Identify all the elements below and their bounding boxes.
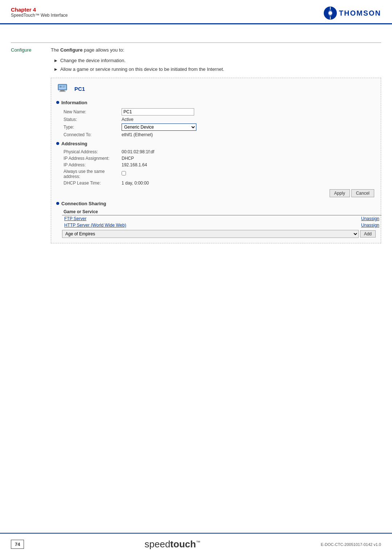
connected-to-label: Connected To:: [62, 131, 120, 138]
http-server-link[interactable]: HTTP Server (World Wide Web): [64, 223, 126, 228]
addressing-title: Addressing: [61, 141, 87, 146]
bullet-text-2: Allow a game or service running on this …: [60, 66, 224, 73]
page-footer: 74 speedtouch™ E-DOC-CTC-20051017-0142 v…: [0, 533, 392, 555]
connection-sharing-dot: [56, 202, 59, 205]
http-unassign[interactable]: Unassign: [301, 222, 381, 228]
doc-reference: E-DOC-CTC-20051017-0142 v1.0: [321, 542, 381, 547]
cancel-button[interactable]: Cancel: [351, 189, 374, 197]
intro-text: The: [51, 47, 60, 53]
svg-rect-7: [59, 91, 66, 92]
svg-point-1: [328, 11, 332, 15]
intro-bold: Configure: [60, 47, 82, 53]
bullet-text-1: Change the device information.: [60, 57, 126, 64]
always-same-checkbox[interactable]: [122, 171, 126, 175]
page-header: Chapter 4 SpeedTouch™ Web Interface THOM…: [0, 0, 392, 24]
physical-address-label: Physical Address:: [62, 149, 120, 155]
table-row: DHCP Lease Time: 1 day, 0:00:00: [62, 180, 381, 186]
status-value: Active: [120, 116, 381, 123]
thomson-logo: THOMSON: [324, 7, 381, 20]
type-value[interactable]: Generic Device: [120, 123, 381, 131]
always-same-value[interactable]: [120, 168, 381, 180]
always-same-label: Always use the same address:: [62, 168, 120, 180]
computer-svg-icon: [57, 82, 70, 96]
configure-section: Configure The Configure page allows you …: [11, 42, 381, 243]
add-service-row: Age of Empires Add: [62, 230, 376, 238]
header-chapter-info: Chapter 4 SpeedTouch™ Web Interface: [11, 7, 68, 18]
new-name-value[interactable]: [120, 108, 381, 116]
ftp-unassign[interactable]: Unassign: [301, 215, 381, 222]
information-section-header: Information: [56, 100, 376, 105]
svg-rect-10: [62, 87, 65, 88]
bullet-item-2: Allow a game or service running on this …: [54, 66, 381, 73]
intro-rest: page allows you to:: [82, 47, 124, 53]
connection-sharing-header: Connection Sharing: [56, 201, 376, 206]
apply-button[interactable]: Apply: [330, 189, 350, 197]
configure-bullets: Change the device information. Allow a g…: [51, 57, 381, 73]
type-select[interactable]: Generic Device: [122, 123, 196, 131]
add-service-select[interactable]: Age of Empires: [62, 230, 359, 238]
ip-assignment-label: IP Address Assignment:: [62, 155, 120, 162]
connection-sharing-section: Connection Sharing Game or Service: [56, 201, 376, 238]
type-label: Type:: [62, 123, 120, 131]
status-label: Status:: [62, 116, 120, 123]
ftp-server-link[interactable]: FTP Server: [64, 216, 86, 221]
addressing-section-header: Addressing: [56, 141, 376, 146]
dhcp-lease-value: 1 day, 0:00:00: [120, 180, 381, 186]
configure-label: Configure: [11, 46, 40, 243]
logo-circle-icon: [324, 7, 337, 20]
header-logo: THOMSON: [324, 7, 381, 20]
http-unassign-link[interactable]: Unassign: [361, 223, 379, 228]
configure-intro: The Configure page allows you to:: [51, 46, 381, 54]
game-service-col-header: Game or Service: [62, 208, 301, 215]
information-title: Information: [61, 100, 87, 105]
information-table: New Name: Status: Active Type: Gene: [62, 108, 381, 138]
page-number: 74: [11, 540, 24, 549]
ip-address-label: IP Address:: [62, 162, 120, 168]
table-row: Physical Address: 00:01:02:98:1f:df: [62, 149, 381, 155]
information-dot: [56, 101, 59, 104]
device-panel: PC1 Information New Name: Status:: [51, 78, 381, 243]
ftp-service-link[interactable]: FTP Server: [62, 215, 301, 222]
table-row: Type: Generic Device: [62, 123, 381, 131]
sharing-row-http: HTTP Server (World Wide Web) Unassign: [62, 222, 381, 228]
ftp-unassign-link[interactable]: Unassign: [361, 216, 379, 221]
dhcp-lease-label: DHCP Lease Time:: [62, 180, 120, 186]
table-row: New Name:: [62, 108, 381, 116]
addressing-table: Physical Address: 00:01:02:98:1f:df IP A…: [62, 149, 381, 186]
brand-bold: touch: [170, 539, 196, 550]
connection-sharing-title: Connection Sharing: [61, 201, 106, 206]
physical-address-value: 00:01:02:98:1f:df: [120, 149, 381, 155]
new-name-label: New Name:: [62, 108, 120, 116]
ip-assignment-value: DHCP: [120, 155, 381, 162]
sharing-row-ftp: FTP Server Unassign: [62, 215, 381, 222]
new-name-input[interactable]: [122, 108, 194, 116]
table-row: IP Address: 192.168.1.64: [62, 162, 381, 168]
connected-to-value: ethif1 (Ethernet): [120, 131, 381, 138]
configure-body: The Configure page allows you to: Change…: [51, 46, 381, 243]
logo-text: THOMSON: [339, 9, 381, 17]
svg-rect-9: [62, 86, 65, 86]
brand-thin: speed: [144, 539, 170, 550]
bullet-item-1: Change the device information.: [54, 57, 381, 64]
table-row: Status: Active: [62, 116, 381, 123]
chapter-subtitle: SpeedTouch™ Web Interface: [11, 13, 68, 18]
table-row: Always use the same address:: [62, 168, 381, 180]
device-icon: [56, 82, 71, 96]
svg-rect-6: [60, 90, 65, 91]
chapter-title: Chapter 4: [11, 7, 68, 13]
addressing-dot: [56, 142, 59, 145]
ip-address-value: 192.168.1.64: [120, 162, 381, 168]
main-content: Configure The Configure page allows you …: [0, 28, 392, 265]
brand-tm: ™: [196, 540, 200, 545]
svg-rect-8: [60, 86, 62, 88]
http-service-link[interactable]: HTTP Server (World Wide Web): [62, 222, 301, 228]
brand-logo: speedtouch™: [24, 539, 320, 550]
table-row: IP Address Assignment: DHCP: [62, 155, 381, 162]
action-col-header: [301, 208, 381, 215]
sharing-table: Game or Service FTP Server Unassign: [62, 208, 381, 228]
table-row: Connected To: ethif1 (Ethernet): [62, 131, 381, 138]
add-button[interactable]: Add: [360, 230, 376, 238]
sharing-table-header-row: Game or Service: [62, 208, 381, 215]
device-name: PC1: [74, 86, 85, 92]
action-buttons: Apply Cancel: [56, 189, 376, 197]
